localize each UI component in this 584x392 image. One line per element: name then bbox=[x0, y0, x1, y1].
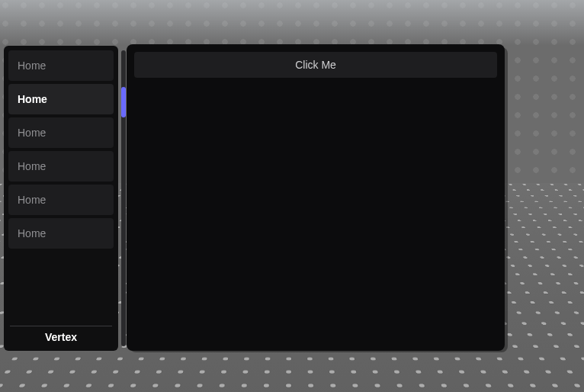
sidebar-tab-5[interactable]: Home bbox=[8, 218, 114, 249]
sidebar-brand: Vertex bbox=[8, 331, 114, 346]
tab-scrollbar-track[interactable] bbox=[121, 50, 126, 346]
ui-root: Home Home Home Home Home Home Vertex Cli… bbox=[0, 0, 584, 392]
sidebar-tab-list: Home Home Home Home Home Home bbox=[8, 50, 114, 326]
sidebar-tab-2[interactable]: Home bbox=[8, 117, 114, 148]
sidebar-tab-0[interactable]: Home bbox=[8, 50, 114, 81]
sidebar-tab-4[interactable]: Home bbox=[8, 185, 114, 215]
sidebar-tab-1[interactable]: Home bbox=[8, 84, 114, 114]
tab-scrollbar-thumb[interactable] bbox=[121, 87, 126, 117]
game-background: Home Home Home Home Home Home Vertex Cli… bbox=[0, 0, 584, 392]
click-me-button[interactable]: Click Me bbox=[134, 52, 497, 78]
sidebar-tab-3[interactable]: Home bbox=[8, 151, 114, 182]
sidebar: Home Home Home Home Home Home Vertex bbox=[4, 46, 118, 351]
content-panel: Click Me bbox=[127, 44, 505, 351]
brand-divider bbox=[10, 326, 112, 326]
